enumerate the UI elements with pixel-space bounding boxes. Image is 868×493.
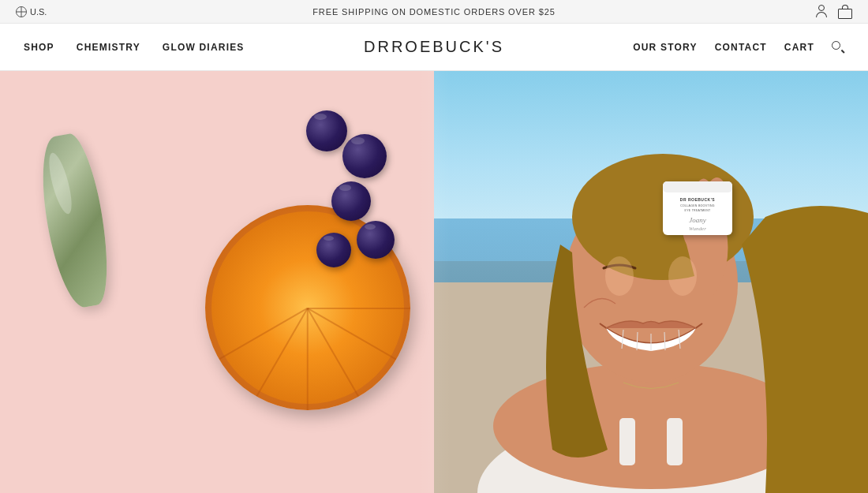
blueberry-4 bbox=[357, 221, 395, 259]
svg-point-19 bbox=[605, 256, 634, 296]
svg-text:EYE TREATMENT: EYE TREATMENT bbox=[685, 209, 712, 212]
svg-rect-11 bbox=[663, 181, 732, 192]
account-button[interactable] bbox=[814, 5, 829, 19]
main-header: SHOP CHEMISTRY GLOW DIARIES DRROEBUCK'S … bbox=[0, 24, 868, 71]
hero-section: DR ROEBUCK'S COLLAGEN BOOSTING EYE TREAT… bbox=[0, 71, 868, 493]
nav-contact[interactable]: CONTACT bbox=[715, 42, 767, 53]
svg-rect-18 bbox=[667, 418, 683, 465]
svg-text:DR ROEBUCK'S: DR ROEBUCK'S bbox=[680, 197, 716, 202]
nav-glow-diaries[interactable]: GLOW DIARIES bbox=[163, 42, 245, 53]
globe-icon bbox=[16, 6, 27, 17]
svg-text:COLLAGEN BOOSTING: COLLAGEN BOOSTING bbox=[680, 204, 715, 207]
blueberry-3 bbox=[331, 181, 371, 221]
hero-right-content: DR ROEBUCK'S COLLAGEN BOOSTING EYE TREAT… bbox=[434, 71, 868, 493]
header-icons bbox=[814, 5, 852, 19]
svg-text:Joany: Joany bbox=[689, 216, 706, 224]
cart-bag-icon bbox=[838, 5, 852, 19]
blueberry-5 bbox=[316, 233, 351, 267]
nav-shop[interactable]: SHOP bbox=[24, 42, 54, 53]
search-button[interactable] bbox=[832, 41, 844, 54]
smear-shape bbox=[32, 131, 117, 312]
announcement-bar: U.S. FREE SHIPPING ON DOMESTIC ORDERS OV… bbox=[0, 0, 868, 24]
grapefruit-container bbox=[189, 110, 410, 410]
region-label: U.S. bbox=[30, 7, 47, 17]
svg-point-20 bbox=[668, 256, 697, 296]
announcement-text: FREE SHIPPING ON DOMESTIC ORDERS OVER $2… bbox=[312, 7, 555, 17]
nav-our-story[interactable]: OUR STORY bbox=[633, 42, 697, 53]
account-icon bbox=[814, 5, 829, 19]
blueberry-1 bbox=[306, 110, 347, 151]
cart-button[interactable] bbox=[838, 5, 852, 19]
hero-left-panel bbox=[0, 71, 434, 493]
search-icon bbox=[832, 41, 844, 54]
svg-text:Wunder: Wunder bbox=[689, 226, 706, 232]
nav-cart[interactable]: CART bbox=[784, 42, 814, 53]
blueberry-2 bbox=[342, 134, 387, 178]
pink-background bbox=[0, 71, 434, 493]
nav-chemistry[interactable]: CHEMISTRY bbox=[77, 42, 140, 53]
person-illustration: DR ROEBUCK'S COLLAGEN BOOSTING EYE TREAT… bbox=[434, 71, 868, 493]
product-smear bbox=[47, 134, 103, 308]
site-logo[interactable]: DRROEBUCK'S bbox=[364, 38, 504, 56]
region-selector[interactable]: U.S. bbox=[16, 6, 47, 17]
hero-right-panel: DR ROEBUCK'S COLLAGEN BOOSTING EYE TREAT… bbox=[434, 71, 868, 493]
svg-rect-17 bbox=[619, 418, 635, 465]
